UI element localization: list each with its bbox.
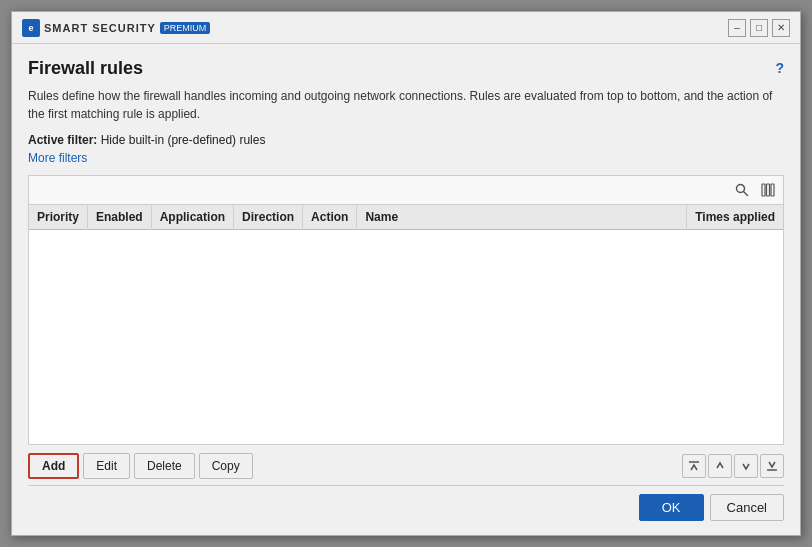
ok-button[interactable]: OK: [639, 494, 704, 521]
table-header-row: Priority Enabled Application Direction A…: [29, 205, 783, 230]
dialog-container: e SMART SECURITY PREMIUM – □ ✕ Firewall …: [11, 11, 801, 536]
more-filters-link[interactable]: More filters: [28, 151, 784, 165]
col-application: Application: [151, 205, 233, 230]
search-icon[interactable]: [731, 179, 753, 201]
rules-table: Priority Enabled Application Direction A…: [29, 205, 783, 230]
active-filter: Active filter: Hide built-in (pre-define…: [28, 133, 784, 147]
svg-rect-2: [762, 184, 765, 196]
add-button[interactable]: Add: [28, 453, 79, 479]
col-times-applied: Times applied: [687, 205, 783, 230]
svg-rect-4: [771, 184, 774, 196]
table-toolbar: [28, 175, 784, 204]
active-filter-value: Hide built-in (pre-defined) rules: [101, 133, 266, 147]
delete-button[interactable]: Delete: [134, 453, 195, 479]
rules-table-wrapper: Priority Enabled Application Direction A…: [28, 204, 784, 445]
col-name: Name: [357, 205, 687, 230]
app-badge: PREMIUM: [160, 22, 211, 34]
svg-line-1: [744, 192, 748, 196]
eset-icon: e: [22, 19, 40, 37]
window-controls: – □ ✕: [728, 19, 790, 37]
col-action: Action: [303, 205, 357, 230]
col-enabled: Enabled: [88, 205, 152, 230]
restore-button[interactable]: □: [750, 19, 768, 37]
title-bar-left: e SMART SECURITY PREMIUM: [22, 19, 210, 37]
dialog-buttons: OK Cancel: [28, 485, 784, 525]
main-content: Firewall rules ? Rules define how the fi…: [12, 44, 800, 535]
app-logo: e SMART SECURITY PREMIUM: [22, 19, 210, 37]
svg-rect-3: [767, 184, 770, 196]
help-icon[interactable]: ?: [775, 60, 784, 76]
app-name: SMART SECURITY: [44, 22, 156, 34]
nav-buttons: [682, 454, 784, 478]
active-filter-label: Active filter:: [28, 133, 97, 147]
bottom-bar: Add Edit Delete Copy: [28, 445, 784, 479]
close-button[interactable]: ✕: [772, 19, 790, 37]
crud-buttons: Add Edit Delete Copy: [28, 453, 253, 479]
last-button[interactable]: [760, 454, 784, 478]
eset-icon-letter: e: [28, 23, 33, 33]
columns-icon[interactable]: [757, 179, 779, 201]
cancel-button[interactable]: Cancel: [710, 494, 784, 521]
minimize-button[interactable]: –: [728, 19, 746, 37]
copy-button[interactable]: Copy: [199, 453, 253, 479]
page-title: Firewall rules: [28, 58, 143, 79]
up-button[interactable]: [708, 454, 732, 478]
first-button[interactable]: [682, 454, 706, 478]
edit-button[interactable]: Edit: [83, 453, 130, 479]
col-direction: Direction: [234, 205, 303, 230]
title-bar: e SMART SECURITY PREMIUM – □ ✕: [12, 12, 800, 44]
description-text: Rules define how the firewall handles in…: [28, 87, 784, 123]
down-button[interactable]: [734, 454, 758, 478]
col-priority: Priority: [29, 205, 88, 230]
